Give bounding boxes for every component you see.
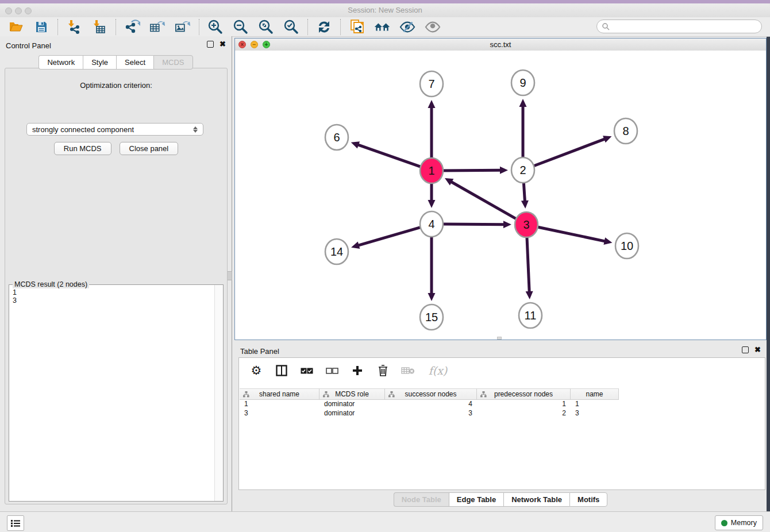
search-input[interactable] xyxy=(596,20,762,33)
column-header-successor-nodes[interactable]: successor nodes xyxy=(385,388,477,400)
network-resize-handle[interactable] xyxy=(497,337,502,340)
zoom-out-icon[interactable] xyxy=(233,20,249,34)
tab-network-table[interactable]: Network Table xyxy=(503,492,569,507)
tab-motifs[interactable]: Motifs xyxy=(569,492,607,507)
home-icon[interactable] xyxy=(374,20,390,34)
open-session-icon[interactable] xyxy=(8,20,24,34)
delete-icon[interactable] xyxy=(376,364,390,377)
desktop-wallpaper-edge xyxy=(767,36,770,532)
import-network-icon[interactable] xyxy=(66,20,82,34)
zoom-fit-icon[interactable] xyxy=(258,20,274,34)
mcds-result-text[interactable]: 1 3 xyxy=(9,286,215,501)
graph-node-15[interactable]: 15 xyxy=(420,304,443,330)
graph-node-8[interactable]: 8 xyxy=(614,118,637,144)
column-header-predecessor-nodes[interactable]: predecessor nodes xyxy=(477,388,571,400)
column-header-MCDS-role[interactable]: MCDS role xyxy=(319,388,385,400)
table-panel-close-icon[interactable]: ✖ xyxy=(754,347,761,353)
graph-node-10[interactable]: 10 xyxy=(615,233,638,259)
control-panel-close-icon[interactable]: ✖ xyxy=(220,41,226,47)
import-table-icon[interactable] xyxy=(91,20,107,34)
cell-name[interactable]: 3 xyxy=(571,409,619,418)
table-tabs: Node TableEdge TableNetwork TableMotifs xyxy=(234,492,767,507)
node-label: 9 xyxy=(519,76,526,89)
network-window-title: scc.txt xyxy=(235,40,766,49)
edge-1-7[interactable] xyxy=(428,100,436,159)
edge-1-2[interactable] xyxy=(442,167,508,174)
refresh-icon[interactable] xyxy=(316,20,332,34)
optimization-criterion-label: Optimization criterion: xyxy=(5,81,227,90)
select-all-icon[interactable] xyxy=(300,364,314,377)
task-history-button[interactable] xyxy=(7,515,24,531)
tab-node-table[interactable]: Node Table xyxy=(394,492,449,507)
edge-3-11[interactable] xyxy=(526,236,533,299)
node-label: 11 xyxy=(525,309,537,322)
zoom-selected-icon[interactable] xyxy=(283,20,299,34)
panel-splitter-handle[interactable] xyxy=(227,271,232,280)
edge-1-6[interactable] xyxy=(351,141,422,167)
table-panel-float-icon[interactable] xyxy=(742,346,749,353)
edge-3-1[interactable] xyxy=(445,178,517,219)
cell-successor-nodes[interactable]: 3 xyxy=(385,409,477,418)
cell-MCDS-role[interactable]: dominator xyxy=(319,409,385,418)
tab-style[interactable]: Style xyxy=(83,55,116,70)
edge-2-8[interactable] xyxy=(533,136,611,166)
memory-button[interactable]: Memory xyxy=(715,515,763,530)
cell-successor-nodes[interactable]: 4 xyxy=(385,400,477,409)
graph-node-14[interactable]: 14 xyxy=(325,239,348,264)
tab-mcds[interactable]: MCDS xyxy=(153,55,192,70)
edge-3-10[interactable] xyxy=(537,227,613,245)
table-body: 1dominator4113dominator323 xyxy=(240,400,619,418)
graph-node-9[interactable]: 9 xyxy=(511,70,534,95)
export-image-icon[interactable] xyxy=(175,20,191,34)
result-scrollbar[interactable] xyxy=(214,285,223,501)
duplicate-network-icon[interactable] xyxy=(349,20,365,34)
column-header-label: successor nodes xyxy=(405,390,456,398)
graph-node-4[interactable]: 4 xyxy=(420,211,443,237)
eye-icon[interactable] xyxy=(425,20,441,34)
table-row[interactable]: 1dominator411 xyxy=(240,400,619,409)
deselect-all-icon[interactable] xyxy=(325,364,339,377)
network-window-titlebar[interactable]: × − + scc.txt xyxy=(235,38,766,51)
edge-2-9[interactable] xyxy=(519,99,527,159)
cell-shared-name[interactable]: 3 xyxy=(240,409,319,418)
graph-node-6[interactable]: 6 xyxy=(325,125,348,150)
graph-node-1[interactable]: 1 xyxy=(420,158,443,183)
export-network-icon[interactable] xyxy=(124,20,140,34)
control-tabs: NetworkStyleSelectMCDS xyxy=(0,55,232,70)
optimization-criterion-select[interactable]: strongly connected component xyxy=(26,123,203,136)
edge-4-3[interactable] xyxy=(442,221,511,228)
cell-predecessor-nodes[interactable]: 1 xyxy=(477,400,571,409)
column-header-shared-name[interactable]: shared name xyxy=(240,388,319,400)
export-table-icon[interactable] xyxy=(149,20,165,34)
column-header-label: MCDS role xyxy=(335,390,369,398)
edge-4-14[interactable] xyxy=(351,227,421,249)
tab-select[interactable]: Select xyxy=(116,55,153,70)
table-settings-gear-icon[interactable]: ⚙ xyxy=(249,364,263,377)
edge-4-15[interactable] xyxy=(428,236,436,301)
tab-edge-table[interactable]: Edge Table xyxy=(449,492,503,507)
graph-node-3[interactable]: 3 xyxy=(515,212,538,237)
control-panel-float-icon[interactable] xyxy=(207,41,214,48)
cell-shared-name[interactable]: 1 xyxy=(240,400,319,409)
cell-name[interactable]: 1 xyxy=(571,400,619,409)
column-header-name[interactable]: name xyxy=(571,388,619,400)
show-column-icon[interactable] xyxy=(275,364,288,377)
run-mcds-button[interactable]: Run MCDS xyxy=(54,142,111,155)
table-row[interactable]: 3dominator323 xyxy=(240,409,619,418)
cell-predecessor-nodes[interactable]: 2 xyxy=(477,409,571,418)
add-row-icon[interactable] xyxy=(351,364,364,377)
edge-2-3[interactable] xyxy=(521,182,529,209)
cell-MCDS-role[interactable]: dominator xyxy=(319,400,385,409)
column-header-label: predecessor nodes xyxy=(494,390,553,398)
graph-node-7[interactable]: 7 xyxy=(420,71,443,97)
tab-network[interactable]: Network xyxy=(38,55,83,70)
edge-1-4[interactable] xyxy=(428,182,436,208)
graph-node-2[interactable]: 2 xyxy=(511,157,534,183)
zoom-in-icon[interactable] xyxy=(207,20,224,34)
network-canvas[interactable]: 7968124314101511 xyxy=(235,51,766,340)
close-panel-button[interactable]: Close panel xyxy=(120,142,179,155)
main-toolbar xyxy=(0,17,770,37)
graph-node-11[interactable]: 11 xyxy=(519,303,542,328)
hide-panel-eye-icon[interactable] xyxy=(399,20,415,34)
save-session-icon[interactable] xyxy=(33,20,49,34)
